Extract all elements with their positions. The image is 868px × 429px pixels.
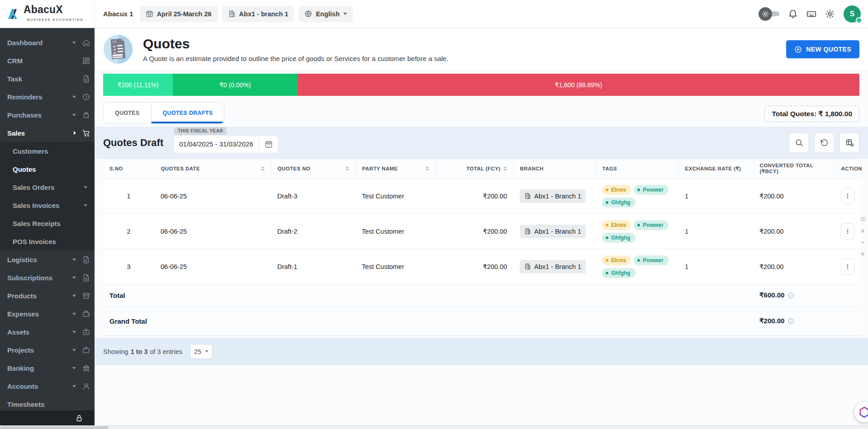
fiscal-year-value: April 25-March 26	[157, 10, 212, 18]
chevron-down-icon	[205, 350, 209, 353]
sidebar-item-subscriptions[interactable]: Subscriptions	[0, 269, 95, 287]
sort-icon[interactable]	[426, 166, 429, 171]
language-selector[interactable]: English	[299, 6, 352, 22]
sidebar-item-label: Banking	[7, 364, 34, 372]
cell-sno: 2	[103, 214, 154, 249]
col-quotes-date[interactable]: QUOTES DATE	[154, 159, 271, 179]
segment-label: ₹0 (0.00%)	[219, 81, 251, 89]
sidebar-item-purchases[interactable]: Purchases	[0, 106, 95, 124]
bell-icon[interactable]	[788, 9, 798, 19]
divider	[259, 139, 259, 149]
table-row[interactable]: 1 06-06-25 Draft-3 Test Customer ₹200.00…	[103, 179, 861, 214]
showing-range: 1 to 3	[131, 348, 148, 355]
page-subtitle: A Quote is an estimate provided to outli…	[143, 55, 448, 62]
sidebar-item-sales[interactable]: Sales	[0, 124, 95, 142]
sidebar-item-sales-receipts[interactable]: Sales Receipts	[0, 214, 95, 232]
sidebar-item-products[interactable]: Products	[0, 287, 95, 305]
cell-sno: 1	[103, 179, 154, 214]
sidebar-item-sales-invoices[interactable]: Sales Invoices	[0, 196, 95, 214]
theme-toggle[interactable]	[759, 7, 779, 21]
keyboard-icon[interactable]	[806, 9, 816, 19]
chevron-down-icon	[72, 295, 76, 297]
brand-name: AbacuX	[24, 5, 89, 14]
cell-action	[835, 179, 861, 214]
sidebar-item-accounts[interactable]: Accounts	[0, 377, 95, 395]
sidebar-item-label: Sales Invoices	[13, 202, 59, 209]
page-title: Quotes	[143, 37, 448, 51]
sidebar-item-sales-orders[interactable]: Sales Orders	[0, 178, 95, 196]
sort-icon[interactable]	[346, 166, 349, 171]
status-segment-accepted[interactable]: ₹200 (11.11%)	[103, 74, 173, 96]
row-actions-button[interactable]	[841, 223, 854, 240]
scrollbar-thumb[interactable]	[0, 426, 109, 429]
calendar-icon[interactable]	[265, 140, 273, 148]
chevron-down-icon[interactable]	[860, 240, 866, 245]
sort-icon[interactable]	[503, 166, 507, 171]
tab-quotes[interactable]: QUOTES	[104, 103, 151, 123]
cell-date: 06-06-25	[154, 214, 271, 249]
branch-selector[interactable]: Abx1 - branch 1	[222, 6, 294, 22]
col-quotes-no[interactable]: QUOTES NO	[271, 159, 356, 179]
sidebar-item-expenses[interactable]: Expenses	[0, 305, 95, 323]
tab-quotes-drafts[interactable]: QUOTES DRAFTS	[151, 103, 224, 123]
new-quotes-button[interactable]: NEW QUOTES	[786, 40, 859, 58]
page-size-select[interactable]: 25	[190, 344, 213, 359]
sort-icon[interactable]	[261, 166, 265, 171]
status-segment-pending[interactable]: ₹0 (0.00%)	[173, 74, 298, 96]
sidebar-lock-bar[interactable]	[0, 410, 95, 425]
reset-button[interactable]	[814, 133, 834, 153]
row-actions-button[interactable]	[841, 259, 854, 275]
file-icon	[82, 274, 90, 282]
sidebar-item-customers[interactable]: Customers	[0, 142, 95, 160]
grid-icon	[82, 57, 90, 65]
col-party-name[interactable]: PARTY NAME	[356, 159, 436, 179]
fiscal-year-selector[interactable]: April 25-March 26	[140, 6, 218, 22]
date-range-input[interactable]: 01/04/2025 - 31/03/2026	[173, 135, 278, 153]
sidebar-item-pos-invoices[interactable]: POS Invoices	[0, 232, 95, 250]
sidebar-item-logistics[interactable]: Logistics	[0, 250, 95, 269]
sidebar-item-projects[interactable]: Projects	[0, 341, 95, 359]
online-status-dot	[856, 17, 862, 24]
tag-pill: Powwer	[634, 220, 668, 230]
info-icon[interactable]	[787, 292, 794, 299]
search-button[interactable]	[789, 133, 809, 153]
table-row[interactable]: 2 06-06-25 Draft-2 Test Customer ₹200.00…	[103, 214, 861, 249]
table-gear-icon	[845, 138, 854, 147]
sidebar-item-reminders[interactable]: Reminders	[0, 88, 95, 106]
table-summary: Total ₹600.00 Grand Total ₹200.00	[103, 284, 861, 336]
page-header: QUOTATION Quotes A Quote is an estimate …	[95, 28, 868, 71]
tabs-row: QUOTES QUOTES DRAFTS Total Quotes: ₹ 1,8…	[103, 102, 859, 124]
gear-icon[interactable]	[825, 9, 835, 19]
horizontal-scrollbar[interactable]	[0, 425, 868, 429]
archive-icon	[82, 292, 90, 300]
double-chevron-up-icon[interactable]	[860, 228, 866, 234]
column-settings-button[interactable]	[840, 133, 859, 153]
cell-tags: Elrois Powwer Ghfghg	[596, 179, 678, 214]
col-tags: TAGS	[596, 159, 678, 179]
bag-icon	[82, 111, 90, 119]
info-icon[interactable]	[787, 318, 794, 325]
table-row[interactable]: 3 06-06-25 Draft-1 Test Customer ₹200.00…	[103, 249, 861, 284]
col-total-fcy[interactable]: TOTAL (FCY)	[436, 159, 513, 179]
list-icon[interactable]	[860, 216, 866, 222]
sidebar-item-task[interactable]: Task	[0, 70, 95, 88]
brand-logo[interactable]: AbacuX BUSINESS ACCOUNTING	[0, 0, 95, 28]
bank-icon	[82, 364, 90, 372]
chevron-right-icon	[74, 131, 76, 135]
cell-date: 06-06-25	[154, 249, 271, 284]
status-segment-rejected[interactable]: ₹1,600 (88.89%)	[298, 74, 859, 96]
sidebar-item-assets[interactable]: Assets	[0, 323, 95, 341]
grand-total-label: Grand Total	[103, 317, 147, 325]
row-actions-button[interactable]	[841, 188, 854, 204]
cell-action	[835, 214, 861, 249]
chevron-down-icon	[84, 186, 87, 189]
sidebar-item-quotes[interactable]: Quotes	[0, 160, 95, 178]
sidebar-item-label: Subscriptions	[7, 274, 52, 282]
sidebar-item-dashboard[interactable]: Dashboard	[0, 33, 95, 52]
tabs: QUOTES QUOTES DRAFTS	[103, 102, 224, 124]
sidebar-item-banking[interactable]: Banking	[0, 359, 95, 377]
double-chevron-down-icon[interactable]	[860, 251, 866, 257]
avatar[interactable]: S	[844, 5, 861, 23]
sidebar-item-crm[interactable]: CRM	[0, 52, 95, 70]
cell-branch: Abx1 - Branch 1	[513, 249, 596, 284]
